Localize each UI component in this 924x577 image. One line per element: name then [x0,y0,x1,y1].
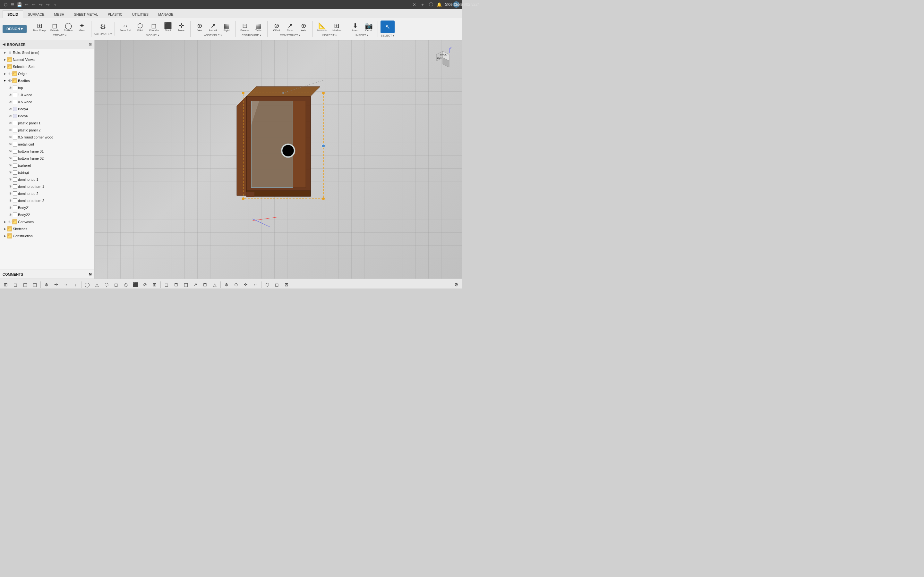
tree-item-bodies[interactable]: ▼ 👁 📁 Bodies [0,77,94,84]
tree-item-selection-sets[interactable]: ▶ 📁 Selection Sets [0,63,94,70]
toolbar-icon-16[interactable]: ⊞ [150,280,159,289]
extrude-button[interactable]: ◻Extrude [48,21,61,33]
tree-item-05wood[interactable]: 👁 0.5 wood [0,98,94,105]
tree-item-bottom-frame-02[interactable]: 👁 bottom frame 02 [0,155,94,162]
body22-eye-icon[interactable]: 👁 [8,212,13,218]
string-eye-icon[interactable]: 👁 [8,170,13,175]
domino-bottom-2-eye-icon[interactable]: 👁 [8,198,13,203]
toolbar-icon-8[interactable]: ↕ [71,280,80,289]
round-corner-eye-icon[interactable]: 👁 [8,135,13,140]
origin-eye-icon[interactable]: 👁 [7,71,12,76]
expand-bodies[interactable]: ▼ [3,79,7,83]
fillet-button[interactable]: ⬡Fillet [134,21,146,33]
metal-joint-eye-icon[interactable]: 👁 [8,142,13,147]
toolbar-icon-11[interactable]: ⬡ [102,280,111,289]
body21-eye-icon[interactable]: 👁 [8,205,13,210]
tree-item-top[interactable]: 👁 top [0,84,94,91]
as-built-button[interactable]: ↗As-built [207,21,220,33]
tree-item-construction[interactable]: ▶ 📁 Construction [0,232,94,239]
viewport[interactable]: Z BACK LEFT ⊕ 📷 ✋ 🔍 ↺ [95,40,462,279]
hamburger-icon[interactable]: ☰ [10,2,15,7]
tree-item-origin[interactable]: ▶ 👁 📁 Origin [0,70,94,77]
browser-close-icon[interactable]: ⊠ [89,42,92,47]
redo2-icon[interactable]: ↪ [45,2,51,7]
1wood-eye-icon[interactable]: 👁 [8,92,13,97]
toolbar-icon-25[interactable]: ✛ [241,280,250,289]
chamfer-button[interactable]: ◻Chamfer [147,21,161,33]
comments-close-icon[interactable]: ⊠ [89,272,92,276]
tree-item-body6[interactable]: 👁 Body6 [0,113,94,119]
save-icon[interactable]: 💾 [17,2,23,7]
expand-rule[interactable]: ▶ [3,50,7,55]
toolbar-icon-23[interactable]: ⊕ [222,280,231,289]
toolbar-icon-4[interactable]: ◲ [30,280,39,289]
tab-surface[interactable]: SURFACE [23,10,49,18]
rigid-button[interactable]: ▦Rigid [220,21,233,33]
toolbar-icon-13[interactable]: ◷ [121,280,130,289]
joint-button[interactable]: ⊕Joint [193,21,206,33]
new-tab-icon[interactable]: + [420,2,425,7]
expand-canvases[interactable]: ▶ [3,219,7,224]
plastic2-eye-icon[interactable]: 👁 [8,127,13,133]
toolbar-icon-9[interactable]: ◯ [83,280,92,289]
mirror-button[interactable]: ✦Mirror [76,21,89,33]
plastic1-eye-icon[interactable]: 👁 [8,121,13,126]
table-button[interactable]: ▦Table [252,21,265,33]
tab-manage[interactable]: MANAGE [153,10,178,18]
move-button[interactable]: ✛Move [175,21,188,33]
bodies-eye-icon[interactable]: 👁 [7,78,12,83]
tree-item-metal-joint[interactable]: 👁 metal joint [0,141,94,148]
domino-top-2-eye-icon[interactable]: 👁 [8,191,13,196]
toolbar-settings-icon[interactable]: ⚙ [452,280,461,289]
toolbar-icon-5[interactable]: ⊕ [42,280,51,289]
expand-origin[interactable]: ▶ [3,71,7,76]
tree-item-domino-bottom-1[interactable]: 👁 domino bottom 1 [0,183,94,190]
toolbar-icon-29[interactable]: ⊠ [282,280,291,289]
toolbar-icon-21[interactable]: ⊞ [200,280,210,289]
domino-bottom-1-eye-icon[interactable]: 👁 [8,184,13,189]
redo-icon[interactable]: ↪ [38,2,44,7]
canvases-eye-icon[interactable]: 👁 [7,219,12,224]
toolbar-icon-2[interactable]: ◻ [11,280,20,289]
sphere-eye-icon[interactable]: 👁 [8,163,13,168]
top-eye-icon[interactable]: 👁 [8,85,13,90]
tree-item-body21[interactable]: 👁 Body21 [0,204,94,211]
tab-solid[interactable]: SOLID [3,10,23,18]
expand-named-views[interactable]: ▶ [3,57,7,62]
tree-item-1wood[interactable]: 👁 1.0 wood [0,91,94,98]
toolbar-icon-19[interactable]: ◱ [181,280,190,289]
tree-item-sphere[interactable]: 👁 (sphere) [0,162,94,169]
interference-button[interactable]: ⊞Interfere [330,21,343,33]
toolbar-icon-24[interactable]: ⊖ [232,280,241,289]
tree-item-string[interactable]: 👁 (string) [0,169,94,176]
toolbar-icon-18[interactable]: ⊡ [172,280,181,289]
close-tab-icon[interactable]: ✕ [411,2,417,7]
tree-item-body4[interactable]: 👁 Body4 [0,105,94,113]
tab-plastic[interactable]: PLASTIC [103,10,128,18]
bell-icon[interactable]: 🔔 [436,2,442,7]
tree-item-plastic1[interactable]: 👁 plastic panel 1 [0,119,94,127]
toolbar-icon-7[interactable]: ↔ [61,280,70,289]
offset-plane-button[interactable]: ⊘Offset [270,21,283,33]
expand-selection-sets[interactable]: ▶ [3,64,7,69]
decal-button[interactable]: 📷Decal [362,21,375,33]
toolbar-icon-10[interactable]: △ [92,280,102,289]
tree-item-named-views[interactable]: ▶ 📁 Named Views [0,56,94,63]
toolbar-icon-22[interactable]: △ [210,280,219,289]
plane-along-button[interactable]: ↗Plane [284,21,296,33]
toolbar-icon-17[interactable]: ◻ [162,280,171,289]
tree-item-canvases[interactable]: ▶ 👁 📁 Canvases [0,218,94,226]
tab-sheet-metal[interactable]: SHEET METAL [69,10,103,18]
info-icon[interactable]: ⓘ [428,2,434,7]
insert-button[interactable]: ⬇Insert [349,21,362,33]
toolbar-icon-27[interactable]: ⬡ [263,280,272,289]
revolve-button[interactable]: ◯Revolve [62,21,75,33]
toolbar-icon-1[interactable]: ⊞ [1,280,10,289]
select-button[interactable]: ↖ [381,21,395,33]
toolbar-icon-12[interactable]: ◻ [111,280,121,289]
toolbar-icon-3[interactable]: ◱ [21,280,29,289]
tab-mesh[interactable]: MESH [49,10,69,18]
measure-button[interactable]: 📐Measure [315,21,329,33]
viewport-canvas[interactable]: Z BACK LEFT [95,40,462,279]
undo2-icon[interactable]: ↩ [31,2,37,7]
